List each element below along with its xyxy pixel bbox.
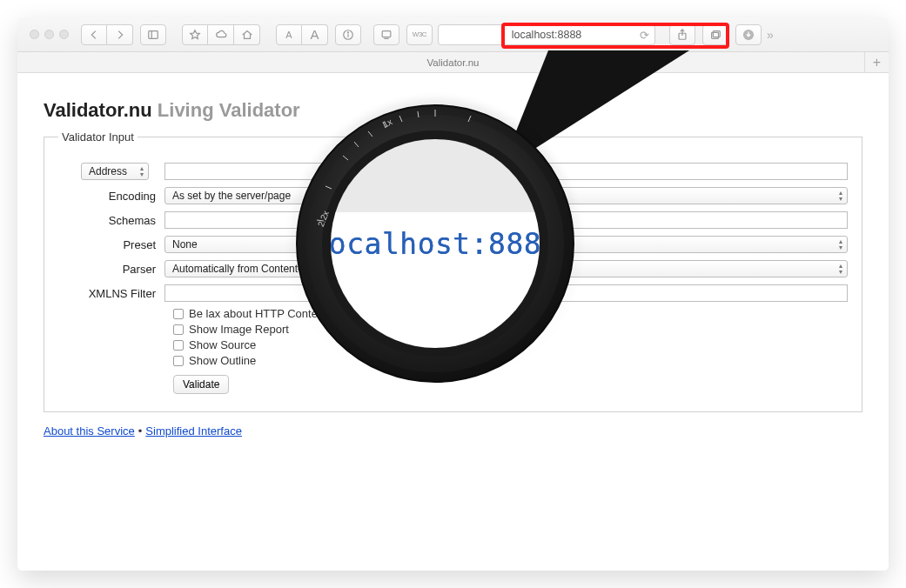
close-window-button[interactable] — [30, 30, 39, 39]
zoom-window-button[interactable] — [59, 30, 69, 39]
validate-button[interactable]: Validate — [173, 375, 229, 394]
info-button[interactable] — [335, 24, 361, 45]
magnified-text: localhost:8888 — [331, 227, 540, 261]
downloads-button[interactable] — [735, 24, 762, 45]
show-outline-checkbox[interactable] — [173, 356, 184, 366]
schemas-label: Schemas — [58, 214, 164, 227]
top-sites-button[interactable] — [182, 24, 208, 45]
image-report-checkbox[interactable] — [173, 324, 184, 335]
fieldset-legend: Validator Input — [58, 130, 138, 144]
lax-checkbox[interactable] — [173, 309, 184, 319]
show-source-label: Show Source — [189, 338, 256, 351]
text-smaller-button[interactable]: A — [276, 24, 302, 45]
show-source-checkbox[interactable] — [173, 340, 184, 351]
nav-back-button[interactable] — [81, 24, 107, 45]
active-tab-title[interactable]: Validator.nu — [427, 57, 480, 68]
simplified-interface-link[interactable]: Simplified Interface — [145, 424, 242, 438]
tab-bar: Validator.nu + — [17, 52, 889, 73]
footer-links: About this Service•Simplified Interface — [44, 424, 862, 438]
screen-button[interactable] — [373, 24, 399, 45]
title-sub: Living Validator — [158, 99, 300, 121]
address-mode-select[interactable]: Address▴▾ — [81, 163, 149, 180]
preset-label: Preset — [58, 238, 164, 251]
toolbar-overflow-icon[interactable]: » — [762, 28, 779, 42]
title-main: Validator.nu — [44, 99, 152, 121]
share-button[interactable] — [669, 24, 695, 45]
tabs-overview-button[interactable] — [702, 24, 728, 45]
icloud-tabs-button[interactable] — [208, 24, 234, 45]
image-report-label: Show Image Report — [189, 323, 289, 336]
address-url-text: localhost:8888 — [512, 29, 582, 41]
xmlns-label: XMLNS Filter — [58, 287, 164, 300]
nav-forward-button[interactable] — [107, 24, 133, 45]
magnifier-loupe: localhost:8888 2.2x 1x — [296, 104, 574, 383]
address-bar[interactable]: localhost:8888 ⟳ — [438, 24, 655, 45]
svg-rect-0 — [149, 30, 158, 38]
w3c-button[interactable]: W3C — [406, 24, 433, 45]
encoding-label: Encoding — [58, 190, 164, 203]
parser-label: Parser — [58, 263, 164, 276]
traffic-lights — [17, 30, 69, 39]
about-service-link[interactable]: About this Service — [44, 424, 135, 438]
text-larger-button[interactable]: A — [302, 24, 328, 45]
show-outline-label: Show Outline — [189, 354, 256, 367]
new-tab-button[interactable]: + — [864, 52, 889, 73]
reload-icon[interactable]: ⟳ — [640, 29, 649, 42]
svg-rect-5 — [382, 30, 391, 37]
home-button[interactable] — [234, 24, 260, 45]
svg-point-4 — [348, 31, 349, 32]
browser-toolbar: A A W3C localhost:8888 ⟳ » — [17, 17, 889, 52]
minimize-window-button[interactable] — [44, 30, 54, 39]
sidebar-toggle-button[interactable] — [140, 24, 166, 45]
